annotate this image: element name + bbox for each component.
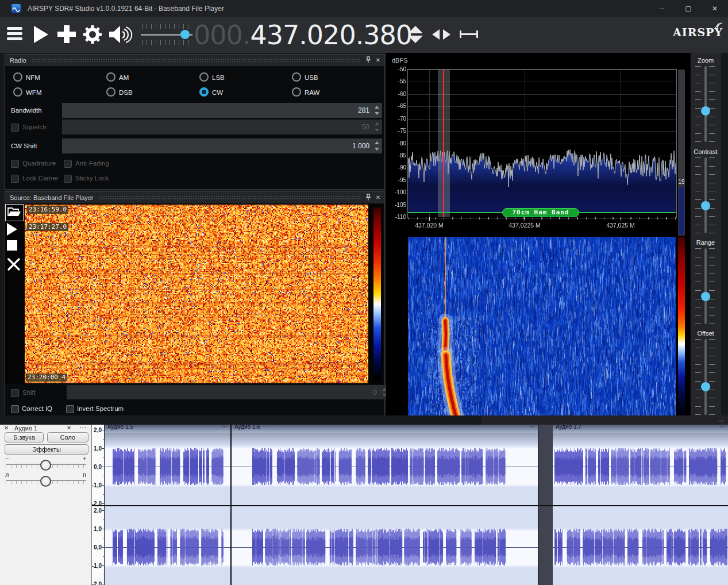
slider-ticks [709,157,715,233]
clip-header[interactable]: Аудио 1.5⋯ [105,425,230,433]
snr-meter-bar [679,187,684,234]
track-menu-icon[interactable]: ⋯ [79,424,86,432]
frequency-display[interactable]: 000.437.020.380 [194,18,412,52]
frequency-dim-digits: 000. [194,20,250,51]
spinner-down-icon[interactable] [375,112,379,115]
title-bar: AIRSPY SDR# Studio v1.0.0.1921 64-Bit - … [0,0,728,17]
radio-selected-icon [199,87,209,97]
bandwidth-label: Bandwidth [11,107,42,114]
clip-header[interactable]: Аудио 1.7⋯ [553,425,728,433]
effects-button[interactable]: Эффекты [5,444,88,455]
clip-title: Аудио 1.5 [105,425,230,430]
snr-value: 19 [676,179,687,185]
clip-menu-icon[interactable]: ⋯ [529,425,535,430]
correct-iq-label: Correct IQ [22,405,52,412]
scale-label: 1,0 [91,445,102,452]
radio-icon [13,87,22,97]
mute-button[interactable]: Б.звука [5,432,44,442]
mode-option-am[interactable]: AM [106,72,129,82]
scale-label: 0,0 [91,464,102,470]
dbfs-tick-label: -100 [390,189,406,195]
scale-label: 0,0 [91,544,102,551]
mode-option-usb[interactable]: USB [292,72,318,82]
gear-icon[interactable] [83,25,102,44]
slider-ticks [695,248,701,324]
slider-ticks [709,248,715,324]
squelch-checkbox[interactable] [11,124,19,132]
timestamp: 23:16:59.0 [27,206,68,214]
correct-iq-checkbox[interactable] [11,405,19,413]
cw-shift-input[interactable]: 1 000 [62,138,382,153]
corner-menu-icon[interactable]: ⋯ [718,418,724,424]
clip-menu-icon[interactable]: ⋯ [222,425,228,430]
waveform-channel-left[interactable] [105,433,728,506]
slider-ticks [695,157,701,233]
mode-label: DSB [119,89,133,96]
step-range-icon[interactable] [460,30,478,38]
spinner-down-icon[interactable] [375,148,379,151]
gain-slider-thumb[interactable] [40,460,51,471]
track-close-icon[interactable]: ✕ [4,425,9,431]
checkbox-sticky-lock[interactable] [64,175,72,183]
option-label: Lock Carrier [22,175,59,182]
invert-spectrum-checkbox[interactable] [66,405,74,413]
adjuster-label-zoom: Zoom [691,57,721,64]
mode-option-raw[interactable]: RAW [292,87,319,97]
slider-track-zoom[interactable] [704,66,707,142]
mode-option-lsb[interactable]: LSB [199,72,225,82]
clip-header[interactable]: Аудио 1.6⋯ [232,425,538,433]
track-close2-icon[interactable]: ✕ [67,425,71,431]
clip-menu-icon[interactable]: ⋯ [719,425,725,430]
slider-thumb-zoom[interactable] [701,106,710,116]
mode-option-nfm[interactable]: NFM [13,72,40,82]
mode-label: USB [305,74,318,81]
slider-track-range[interactable] [704,248,707,324]
slider-track-offset[interactable] [704,339,707,415]
close-panel-icon[interactable]: ✕ [374,194,382,202]
slider-ticks [695,66,701,142]
tools-icon[interactable] [7,257,22,271]
open-file-icon[interactable] [7,206,22,220]
track-name[interactable]: Аудио 1 [14,425,37,432]
slider-track-contrast[interactable] [704,157,707,233]
maximize-button[interactable]: ▢ [675,0,702,17]
volume-slider-thumb[interactable] [180,30,190,39]
bandwidth-input[interactable]: 281 [62,103,382,118]
play-source-icon[interactable] [7,223,22,237]
window-title: AIRSPY SDR# Studio v1.0.0.1921 64-Bit - … [28,5,224,13]
slider-ticks [695,339,701,415]
dbfs-tick-label: -65 [390,103,406,109]
shift-checkbox[interactable] [11,389,19,397]
mode-label: AM [119,74,129,81]
waveform-channel-right[interactable] [105,506,728,585]
track-control-panel: ✕ Аудио 1 ✕ ⋯ Б.звука Соло Эффекты − + л… [0,425,92,585]
baseband-waterfall[interactable] [25,205,368,383]
close-button[interactable]: ✕ [702,0,728,17]
spinner-up-icon[interactable] [375,106,379,109]
airspy-waves-icon [714,21,726,30]
volume-icon[interactable] [109,24,134,46]
dbfs-tick-label: -70 [390,116,406,122]
mode-option-cw[interactable]: CW [199,87,223,97]
minimize-button[interactable]: ─ [649,0,675,17]
solo-button[interactable]: Соло [47,432,88,442]
close-panel-icon[interactable]: ✕ [374,56,382,64]
play-icon[interactable] [34,26,48,43]
checkbox-quadrature[interactable] [11,160,19,168]
pin-icon[interactable] [364,56,372,64]
spinner-up-icon[interactable] [375,141,379,144]
mode-label: RAW [305,89,319,96]
stop-source-icon[interactable] [7,240,22,254]
checkbox-anti-fading[interactable] [64,160,72,168]
gain-min-label: − [5,455,9,462]
dbfs-tick-label: -50 [390,66,406,72]
mode-option-dsb[interactable]: DSB [106,87,133,97]
pin-icon[interactable] [364,194,372,202]
squelch-input: 50 [62,120,382,134]
pan-slider-thumb[interactable] [40,476,51,487]
radio-icon [292,72,301,82]
mode-option-wfm[interactable]: WFM [13,87,41,97]
spectrum-waterfall[interactable] [408,237,676,415]
checkbox-lock-carrier[interactable] [11,175,19,183]
radio-icon [13,72,22,82]
